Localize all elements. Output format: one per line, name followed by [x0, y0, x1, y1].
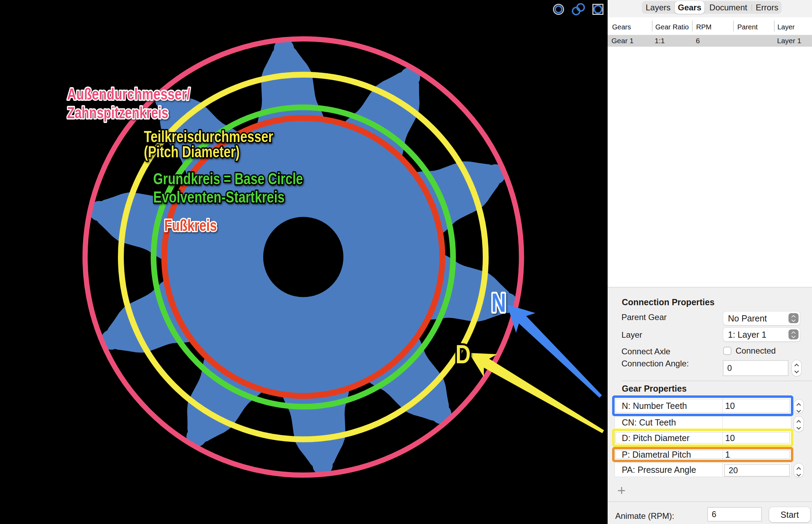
svg-text:(Pitch Diameter): (Pitch Diameter) — [144, 142, 240, 161]
svg-text:N: N — [491, 288, 506, 317]
svg-text:Evolventen-Startkreis: Evolventen-Startkreis — [153, 188, 285, 206]
svg-text:Außendurchmesser/: Außendurchmesser/ — [67, 85, 190, 103]
svg-text:Grundkreis = Base Circle: Grundkreis = Base Circle — [153, 169, 303, 188]
svg-text:Zahnspitzenkreis: Zahnspitzenkreis — [67, 103, 168, 122]
svg-text:D: D — [455, 339, 471, 369]
svg-text:Fußkreis: Fußkreis — [164, 216, 217, 234]
